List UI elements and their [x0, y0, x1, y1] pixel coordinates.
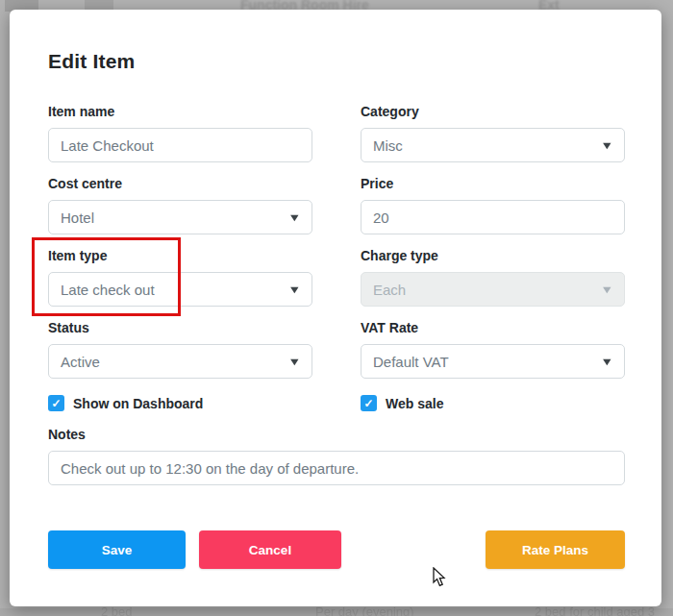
chevron-down-icon: ▼ — [287, 212, 301, 223]
cost-centre-field-group: Cost centre Hotel ▼ — [48, 176, 312, 234]
category-value: Misc — [373, 137, 403, 154]
notes-input[interactable] — [48, 451, 625, 485]
charge-type-value: Each — [373, 282, 406, 298]
item-name-field-group: Item name — [48, 104, 312, 162]
cancel-button[interactable]: Cancel — [199, 530, 341, 569]
checkbox-row: ✓ Show on Dashboard ✓ Web sale — [48, 395, 625, 411]
price-field-group: Price — [361, 176, 625, 234]
checkbox-check-icon: ✓ — [361, 395, 377, 411]
form-grid: Item name Category Misc ▼ Cost centre Ho… — [48, 104, 625, 392]
price-label: Price — [361, 176, 625, 192]
category-label: Category — [361, 104, 625, 120]
vat-rate-value: Default VAT — [373, 354, 449, 370]
vat-rate-label: VAT Rate — [361, 320, 625, 336]
status-field-group: Status Active ▼ — [48, 320, 312, 379]
item-type-field-group: Item type Late check out ▼ — [48, 248, 312, 307]
status-select[interactable]: Active ▼ — [48, 344, 312, 379]
item-name-input[interactable] — [48, 128, 312, 162]
chevron-down-icon: ▼ — [287, 357, 301, 367]
chevron-down-icon: ▼ — [600, 140, 613, 151]
vat-rate-field-group: VAT Rate Default VAT ▼ — [361, 320, 625, 379]
status-label: Status — [48, 320, 312, 336]
show-on-dashboard-checkbox[interactable]: ✓ Show on Dashboard — [48, 395, 312, 411]
cost-centre-value: Hotel — [61, 209, 94, 226]
charge-type-field-group: Charge type Each ▼ — [361, 248, 625, 307]
vat-rate-select[interactable]: Default VAT ▼ — [361, 344, 625, 379]
chevron-down-icon: ▼ — [600, 284, 613, 295]
chevron-down-icon: ▼ — [600, 357, 613, 367]
price-input[interactable] — [361, 200, 625, 234]
notes-field-group: Notes — [48, 427, 625, 485]
item-name-label: Item name — [48, 104, 312, 120]
cost-centre-select[interactable]: Hotel ▼ — [48, 200, 312, 234]
notes-label: Notes — [48, 427, 625, 443]
item-type-select[interactable]: Late check out ▼ — [48, 272, 312, 307]
item-type-value: Late check out — [61, 282, 155, 298]
item-type-label: Item type — [48, 248, 312, 264]
edit-item-modal: Edit Item Item name Category Misc ▼ Cost… — [10, 10, 661, 606]
web-sale-label: Web sale — [386, 396, 443, 411]
checkbox-check-icon: ✓ — [48, 395, 64, 411]
modal-title: Edit Item — [48, 50, 625, 73]
status-value: Active — [61, 354, 100, 370]
charge-type-select: Each ▼ — [361, 272, 625, 307]
category-field-group: Category Misc ▼ — [361, 104, 625, 162]
chevron-down-icon: ▼ — [287, 284, 301, 295]
web-sale-checkbox[interactable]: ✓ Web sale — [361, 395, 625, 411]
show-on-dashboard-label: Show on Dashboard — [73, 396, 203, 411]
button-row: Save Cancel Rate Plans — [48, 530, 625, 569]
save-button[interactable]: Save — [48, 530, 186, 569]
charge-type-label: Charge type — [361, 248, 625, 264]
category-select[interactable]: Misc ▼ — [361, 128, 625, 162]
rate-plans-button[interactable]: Rate Plans — [486, 530, 625, 569]
cost-centre-label: Cost centre — [48, 176, 312, 192]
